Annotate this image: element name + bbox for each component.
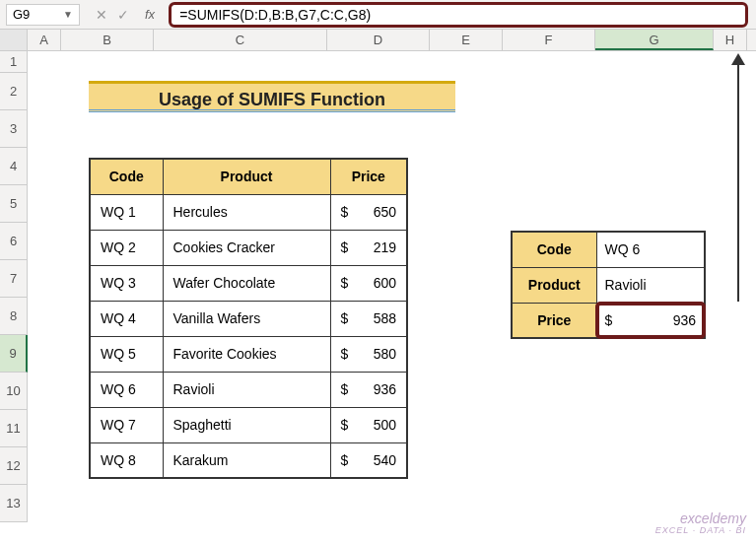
header-price: Price bbox=[330, 159, 407, 194]
cell-product[interactable]: Favorite Cookies bbox=[163, 336, 330, 372]
formula-input[interactable]: =SUMIFS(D:D,B:B,G7,C:C,G8) bbox=[169, 2, 748, 28]
formula-buttons: ✕ ✓ fx bbox=[86, 7, 165, 23]
row-header-8[interactable]: 8 bbox=[0, 298, 28, 335]
row-header-6[interactable]: 6 bbox=[0, 223, 28, 260]
cell-grid[interactable]: Usage of SUMIFS Function Code Product Pr… bbox=[28, 51, 756, 522]
cancel-icon[interactable]: ✕ bbox=[96, 7, 107, 23]
header-code: Code bbox=[90, 159, 163, 194]
header-product: Product bbox=[163, 159, 330, 194]
row-headers: 1 2 3 4 5 6 7 8 9 10 11 12 13 bbox=[0, 51, 28, 522]
cell-price[interactable]: $936 bbox=[330, 372, 407, 407]
enter-icon[interactable]: ✓ bbox=[117, 7, 129, 23]
fx-icon[interactable]: fx bbox=[145, 7, 155, 22]
cell-code[interactable]: WQ 2 bbox=[90, 230, 163, 265]
cell-price[interactable]: $219 bbox=[330, 230, 407, 265]
cell-price[interactable]: $588 bbox=[330, 301, 407, 336]
lookup-row-price: Price$936 bbox=[512, 303, 705, 338]
lookup-label: Product bbox=[512, 267, 596, 303]
cell-price[interactable]: $580 bbox=[330, 336, 407, 372]
row-header-5[interactable]: 5 bbox=[0, 185, 28, 223]
table-row: WQ 7Spaghetti$500 bbox=[90, 407, 407, 442]
cell-product[interactable]: Wafer Chocolate bbox=[163, 265, 330, 301]
cell-code[interactable]: WQ 4 bbox=[90, 301, 163, 336]
worksheet: A B C D E F G H 1 2 3 4 5 6 7 8 9 10 11 … bbox=[0, 30, 756, 522]
cell-price[interactable]: $500 bbox=[330, 407, 407, 442]
cell-code[interactable]: WQ 3 bbox=[90, 265, 163, 301]
table-row: WQ 4Vanilla Wafers$588 bbox=[90, 301, 407, 336]
lookup-value[interactable]: Ravioli bbox=[596, 267, 705, 303]
cell-code[interactable]: WQ 7 bbox=[90, 407, 163, 442]
row-header-2[interactable]: 2 bbox=[0, 73, 28, 110]
col-header-F[interactable]: F bbox=[503, 30, 595, 50]
arrow-annotation bbox=[737, 55, 739, 302]
lookup-label: Price bbox=[512, 303, 596, 338]
col-header-G[interactable]: G bbox=[595, 30, 714, 50]
cell-price[interactable]: $650 bbox=[330, 194, 407, 230]
row-header-4[interactable]: 4 bbox=[0, 148, 28, 185]
cell-product[interactable]: Vanilla Wafers bbox=[163, 301, 330, 336]
cell-code[interactable]: WQ 8 bbox=[90, 442, 163, 478]
row-header-13[interactable]: 13 bbox=[0, 485, 28, 522]
cell-product[interactable]: Karakum bbox=[163, 442, 330, 478]
data-table: Code Product Price WQ 1Hercules$650 WQ 2… bbox=[89, 158, 408, 479]
col-header-A[interactable]: A bbox=[28, 30, 61, 50]
row-header-12[interactable]: 12 bbox=[0, 447, 28, 485]
table-row: WQ 3Wafer Chocolate$600 bbox=[90, 265, 407, 301]
column-headers: A B C D E F G H bbox=[0, 30, 756, 51]
cell-code[interactable]: WQ 5 bbox=[90, 336, 163, 372]
row-header-10[interactable]: 10 bbox=[0, 373, 28, 410]
lookup-value[interactable]: WQ 6 bbox=[596, 232, 705, 267]
cell-price[interactable]: $600 bbox=[330, 265, 407, 301]
col-header-H[interactable]: H bbox=[714, 30, 747, 50]
watermark-sub: EXCEL · DATA · BI bbox=[655, 526, 746, 536]
cell-code[interactable]: WQ 6 bbox=[90, 372, 163, 407]
col-header-E[interactable]: E bbox=[430, 30, 503, 50]
col-header-B[interactable]: B bbox=[61, 30, 154, 50]
cell-product[interactable]: Hercules bbox=[163, 194, 330, 230]
lookup-row-product: ProductRavioli bbox=[512, 267, 705, 303]
col-header-D[interactable]: D bbox=[327, 30, 430, 50]
page-title: Usage of SUMIFS Function bbox=[89, 81, 455, 112]
row-header-7[interactable]: 7 bbox=[0, 260, 28, 298]
table-header-row: Code Product Price bbox=[90, 159, 407, 194]
cell-product[interactable]: Ravioli bbox=[163, 372, 330, 407]
formula-bar-row: G9 ▼ ✕ ✓ fx =SUMIFS(D:D,B:B,G7,C:C,G8) bbox=[0, 0, 756, 30]
row-header-9[interactable]: 9 bbox=[0, 335, 28, 373]
row-header-11[interactable]: 11 bbox=[0, 410, 28, 447]
watermark-main: exceldemy bbox=[655, 511, 746, 526]
cell-code[interactable]: WQ 1 bbox=[90, 194, 163, 230]
cell-product[interactable]: Spaghetti bbox=[163, 407, 330, 442]
table-row: WQ 6Ravioli$936 bbox=[90, 372, 407, 407]
lookup-label: Code bbox=[512, 232, 596, 267]
select-all-corner[interactable] bbox=[0, 30, 28, 50]
row-header-3[interactable]: 3 bbox=[0, 110, 28, 148]
table-row: WQ 2Cookies Cracker$219 bbox=[90, 230, 407, 265]
col-header-C[interactable]: C bbox=[154, 30, 327, 50]
cell-product[interactable]: Cookies Cracker bbox=[163, 230, 330, 265]
lookup-row-code: CodeWQ 6 bbox=[512, 232, 705, 267]
watermark: exceldemy EXCEL · DATA · BI bbox=[655, 511, 746, 536]
row-header-1[interactable]: 1 bbox=[0, 51, 28, 73]
formula-text: =SUMIFS(D:D,B:B,G7,C:C,G8) bbox=[179, 7, 371, 23]
name-box[interactable]: G9 ▼ bbox=[6, 4, 80, 26]
table-row: WQ 5Favorite Cookies$580 bbox=[90, 336, 407, 372]
lookup-table: CodeWQ 6 ProductRavioli Price$936 bbox=[511, 231, 706, 339]
table-row: WQ 8Karakum$540 bbox=[90, 442, 407, 478]
table-row: WQ 1Hercules$650 bbox=[90, 194, 407, 230]
name-box-value: G9 bbox=[13, 7, 30, 22]
chevron-down-icon[interactable]: ▼ bbox=[63, 9, 73, 20]
result-cell[interactable]: $936 bbox=[596, 303, 705, 338]
cell-price[interactable]: $540 bbox=[330, 442, 407, 478]
